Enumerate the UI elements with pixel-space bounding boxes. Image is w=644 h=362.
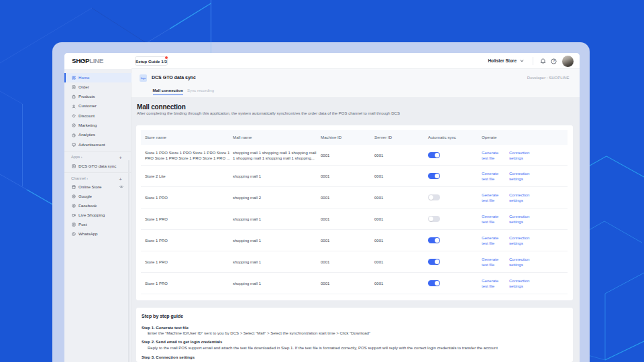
svg-text:?: ? xyxy=(553,59,555,63)
